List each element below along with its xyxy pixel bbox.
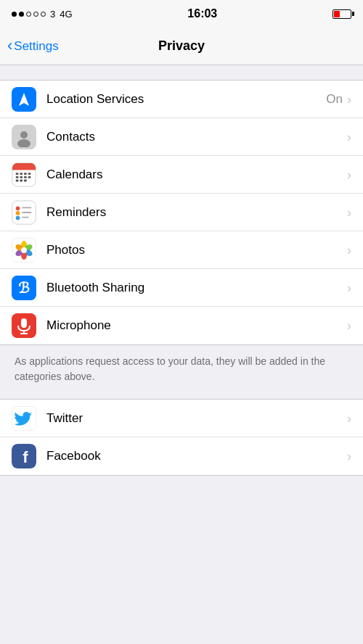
bluetooth-sharing-label: Bluetooth Sharing bbox=[46, 281, 347, 295]
svg-rect-36 bbox=[21, 318, 27, 328]
dot-2 bbox=[19, 12, 24, 17]
dot-5 bbox=[41, 12, 46, 17]
microphone-chevron-icon: › bbox=[347, 319, 351, 332]
dot-3 bbox=[26, 12, 31, 17]
contacts-chevron-icon: › bbox=[347, 131, 351, 144]
location-services-icon bbox=[12, 87, 36, 112]
back-label: Settings bbox=[14, 39, 58, 54]
facebook-label: Facebook bbox=[46, 449, 347, 463]
contacts-label: Contacts bbox=[46, 130, 347, 144]
svg-rect-6 bbox=[12, 163, 36, 169]
location-services-label: Location Services bbox=[46, 92, 326, 107]
page-title: Privacy bbox=[158, 38, 205, 54]
nav-bar: ‹ Settings Privacy bbox=[0, 28, 363, 65]
svg-marker-0 bbox=[19, 93, 29, 106]
contacts-icon bbox=[12, 125, 36, 149]
section-gap-top bbox=[0, 65, 363, 80]
status-bar: 3 4G 16:03 bbox=[0, 0, 363, 28]
svg-point-2 bbox=[20, 131, 28, 139]
row-photos[interactable]: Photos › bbox=[0, 231, 363, 269]
twitter-chevron-icon: › bbox=[347, 412, 351, 425]
row-reminders[interactable]: Reminders › bbox=[0, 194, 363, 231]
social-settings-group: Twitter › f Facebook › bbox=[0, 399, 363, 476]
row-location-services[interactable]: Location Services On › bbox=[0, 80, 363, 118]
svg-rect-15 bbox=[16, 179, 19, 181]
location-services-value: On bbox=[326, 92, 343, 107]
twitter-icon bbox=[12, 406, 36, 431]
main-settings-group: Location Services On › Contacts › bbox=[0, 80, 363, 345]
svg-text:f: f bbox=[23, 448, 28, 466]
status-right bbox=[333, 9, 351, 19]
svg-rect-12 bbox=[20, 176, 23, 178]
row-contacts[interactable]: Contacts › bbox=[0, 118, 363, 156]
microphone-label: Microphone bbox=[46, 318, 347, 333]
svg-rect-9 bbox=[24, 173, 27, 175]
status-time: 16:03 bbox=[187, 7, 217, 20]
svg-rect-22 bbox=[22, 207, 31, 208]
photos-chevron-icon: › bbox=[347, 244, 351, 257]
calendars-chevron-icon: › bbox=[347, 168, 351, 181]
carrier-label: 3 bbox=[50, 9, 55, 20]
row-facebook[interactable]: f Facebook › bbox=[0, 437, 363, 475]
svg-rect-13 bbox=[24, 176, 27, 178]
svg-point-21 bbox=[16, 215, 20, 220]
svg-rect-7 bbox=[16, 173, 19, 175]
signal-dots bbox=[12, 12, 46, 17]
svg-rect-8 bbox=[20, 173, 23, 175]
back-button[interactable]: ‹ Settings bbox=[7, 39, 59, 54]
section-footer-note: As applications request access to your d… bbox=[0, 345, 363, 396]
photos-icon bbox=[12, 238, 36, 263]
status-left: 3 4G bbox=[12, 9, 73, 20]
battery-icon bbox=[333, 9, 351, 19]
dot-4 bbox=[33, 12, 38, 17]
reminders-label: Reminders bbox=[46, 205, 347, 220]
svg-rect-11 bbox=[16, 176, 19, 178]
dot-1 bbox=[12, 12, 17, 17]
facebook-icon: f bbox=[12, 444, 36, 468]
location-services-chevron-icon: › bbox=[347, 93, 351, 106]
photos-label: Photos bbox=[46, 243, 347, 257]
svg-rect-16 bbox=[20, 179, 23, 181]
network-label: 4G bbox=[60, 9, 72, 20]
back-chevron-icon: ‹ bbox=[7, 38, 12, 54]
row-twitter[interactable]: Twitter › bbox=[0, 400, 363, 437]
microphone-icon bbox=[12, 313, 36, 338]
svg-rect-10 bbox=[28, 173, 31, 175]
svg-point-19 bbox=[16, 206, 20, 210]
svg-point-20 bbox=[16, 211, 20, 215]
svg-point-32 bbox=[21, 247, 27, 253]
row-bluetooth-sharing[interactable]: ℬ Bluetooth Sharing › bbox=[0, 269, 363, 307]
reminders-chevron-icon: › bbox=[347, 206, 351, 219]
battery-level bbox=[334, 11, 340, 17]
svg-rect-14 bbox=[28, 176, 31, 178]
bluetooth-sharing-icon: ℬ bbox=[12, 276, 36, 300]
svg-rect-23 bbox=[22, 212, 31, 213]
svg-rect-24 bbox=[22, 216, 28, 218]
row-calendars[interactable]: Calendars › bbox=[0, 156, 363, 194]
svg-rect-17 bbox=[24, 179, 27, 181]
twitter-label: Twitter bbox=[46, 411, 347, 426]
calendars-label: Calendars bbox=[46, 168, 347, 182]
bluetooth-sharing-chevron-icon: › bbox=[347, 281, 351, 294]
calendars-icon bbox=[12, 162, 36, 187]
row-microphone[interactable]: Microphone › bbox=[0, 307, 363, 344]
facebook-chevron-icon: › bbox=[347, 450, 351, 463]
reminders-icon bbox=[12, 200, 36, 225]
svg-text:ℬ: ℬ bbox=[18, 280, 30, 296]
